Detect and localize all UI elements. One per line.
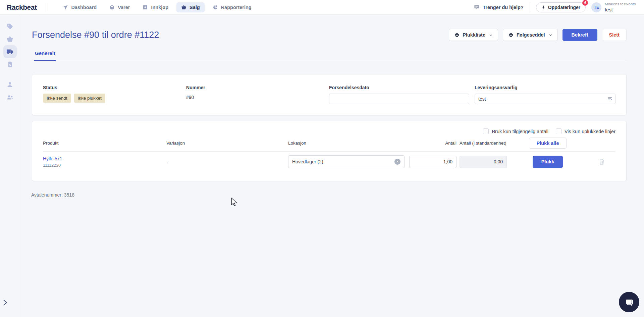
ship-date-field: Forsendelsesdato: [329, 85, 475, 104]
pick-all-button[interactable]: Plukk alle: [529, 138, 567, 149]
header-location: Lokasjon: [288, 141, 408, 146]
cell-action: Plukk: [507, 156, 588, 168]
nav-item-dashboard[interactable]: Dashboard: [58, 2, 101, 12]
basket-icon: [6, 36, 13, 43]
line-options: Bruk kun tilgjengelig antall Vis kun upl…: [43, 128, 615, 134]
status-badges: Ikke sendt Ikke plukket: [43, 94, 186, 103]
qty-input[interactable]: [409, 156, 457, 168]
printer-icon: [508, 32, 514, 38]
chevron-down-icon: [489, 33, 493, 37]
account-company: Maikens testkonto: [605, 2, 636, 6]
nav-item-salg[interactable]: Salg: [176, 2, 205, 12]
header-actions: Plukkliste Følgeseddel Bekreft Slett: [449, 29, 627, 41]
cell-trash: [588, 158, 615, 166]
product-sku: 11112230: [43, 163, 166, 168]
nav-item-rapportering[interactable]: Rapportering: [208, 2, 256, 12]
basket-icon: [181, 5, 186, 10]
unpicked-lines-checkbox[interactable]: [556, 128, 561, 134]
location-select[interactable]: Hovedlager (2) ×: [288, 155, 405, 168]
chat-bubbles-icon: [624, 297, 635, 308]
nav-label: Varer: [118, 5, 130, 10]
account-menu[interactable]: Maikens testkonto test: [605, 2, 636, 13]
topnav-right: Trenger du hjelp? Oppdateringer 6 TE Mai…: [474, 2, 644, 13]
header-qty: Antall: [408, 141, 457, 146]
shipment-details-card: Status Ikke sendt Ikke plukket Nummer #9…: [32, 74, 627, 115]
picklist-button[interactable]: Plukkliste: [449, 29, 498, 41]
header-product: Produkt: [43, 141, 166, 146]
status-badge: Ikke plukket: [74, 94, 105, 103]
table-row: Hylle 5x1 11112230 - Hovedlager (2) × Pl…: [43, 152, 615, 168]
packing-slip-button[interactable]: Følgeseddel: [503, 29, 558, 41]
updates-label: Oppdateringer: [548, 5, 580, 10]
confirm-button[interactable]: Bekreft: [562, 29, 597, 41]
truck-icon: [6, 48, 14, 55]
sidebar-item-customers[interactable]: [3, 78, 17, 91]
nav-label: Salg: [190, 5, 200, 10]
ship-date-input[interactable]: [329, 94, 469, 104]
cell-location: Hovedlager (2) ×: [288, 155, 408, 168]
packing-slip-label: Følgeseddel: [517, 32, 545, 38]
box-icon: [109, 5, 115, 10]
topnav-separator: [530, 2, 530, 12]
updates-button[interactable]: Oppdateringer 6: [536, 2, 586, 12]
sidebar-item-tags[interactable]: [3, 20, 17, 33]
users-icon: [6, 94, 14, 101]
page-header: Forsendelse #90 til ordre #1122 Plukklis…: [32, 29, 627, 41]
top-navigation: Rackbeat Dashboard Varer Innkjøp Salg: [0, 0, 644, 15]
delivery-responsible-label: Leveringsansvarlig: [475, 85, 615, 90]
sidebar-item-invoices[interactable]: [3, 58, 17, 71]
sidebar-item-shipments[interactable]: [3, 45, 17, 58]
header-action: Plukk alle: [507, 138, 588, 149]
variation-value: -: [166, 159, 168, 164]
status-badge: Ikke sendt: [43, 94, 71, 103]
nav-item-varer[interactable]: Varer: [105, 2, 135, 12]
sidebar-expand-chevron[interactable]: [1, 298, 9, 307]
available-qty-label: Bruk kun tilgjengelig antall: [492, 129, 548, 134]
header-qty-std: Antall (i standardenhet): [457, 141, 507, 146]
nav-label: Rapportering: [221, 5, 252, 10]
page-title: Forsendelse #90 til ordre #1122: [32, 30, 159, 40]
pie-chart-icon: [213, 5, 218, 10]
send-icon: [63, 5, 68, 10]
rackbeat-logo[interactable]: Rackbeat: [0, 3, 46, 11]
delivery-responsible-field: Leveringsansvarlig: [475, 85, 615, 104]
ship-date-label: Forsendelsesdato: [329, 85, 475, 90]
cell-product: Hylle 5x1 11112230: [43, 156, 166, 168]
cell-variation: -: [166, 159, 288, 165]
location-value: Hovedlager (2): [292, 159, 323, 164]
option-available-qty[interactable]: Bruk kun tilgjengelig antall: [483, 128, 548, 134]
main-content: Forsendelse #90 til ordre #1122 Plukklis…: [20, 15, 644, 317]
available-qty-checkbox[interactable]: [483, 128, 489, 134]
icon-sidebar: [0, 15, 20, 317]
invoice-icon: [7, 61, 13, 68]
nav-label: Dashboard: [71, 5, 97, 10]
status-field: Status Ikke sendt Ikke plukket: [43, 85, 186, 104]
chat-square-icon: [474, 4, 480, 10]
sidebar-item-sales[interactable]: [3, 33, 17, 45]
product-link[interactable]: Hylle 5x1: [43, 156, 62, 161]
tab-general[interactable]: Generelt: [34, 47, 56, 61]
person-icon: [6, 81, 13, 88]
header-variation: Variasjon: [166, 141, 288, 146]
chat-widget-button[interactable]: [619, 292, 639, 312]
shipment-lines-card: Bruk kun tilgjengelig antall Vis kun upl…: [32, 121, 627, 181]
pick-button[interactable]: Plukk: [533, 156, 563, 168]
nav-item-innkjop[interactable]: Innkjøp: [138, 2, 173, 12]
number-field: Nummer #90: [186, 85, 329, 104]
lightning-icon: [541, 5, 546, 9]
chevron-down-icon: [549, 33, 552, 37]
number-value: #90: [186, 95, 329, 100]
main-nav: Dashboard Varer Innkjøp Salg Rapporterin…: [58, 2, 256, 12]
help-label: Trenger du hjelp?: [483, 5, 524, 10]
help-link[interactable]: Trenger du hjelp?: [474, 4, 524, 10]
number-label: Nummer: [186, 85, 329, 90]
delivery-responsible-input[interactable]: [475, 94, 615, 104]
avatar[interactable]: TE: [591, 2, 601, 12]
sidebar-item-employees[interactable]: [3, 91, 17, 104]
trash-icon[interactable]: [598, 158, 605, 166]
delivery-responsible-wrap: [475, 94, 615, 104]
nav-divider: [46, 3, 46, 12]
option-unpicked-lines[interactable]: Vis kun uplukkede linjer: [556, 128, 615, 134]
delete-button[interactable]: Slett: [602, 29, 627, 41]
clear-location-icon[interactable]: ×: [394, 159, 400, 165]
